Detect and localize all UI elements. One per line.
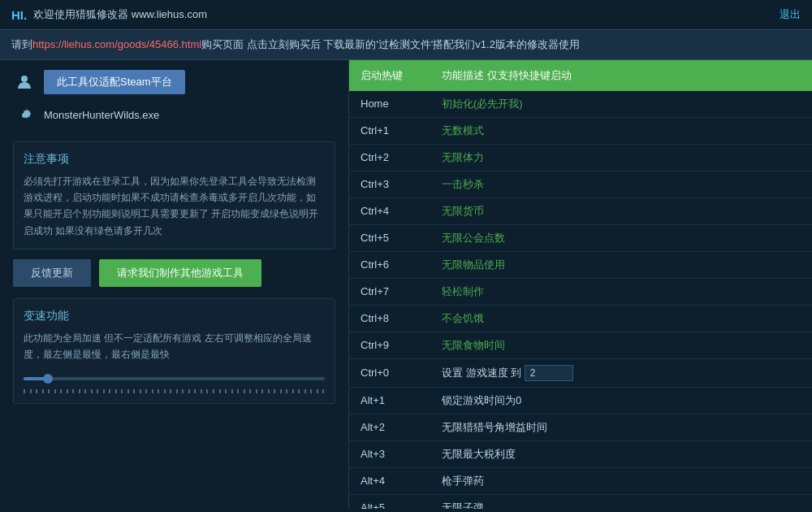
hotkey-key: Ctrl+2 bbox=[349, 144, 430, 171]
table-row: Ctrl+7轻松制作 bbox=[349, 278, 812, 305]
table-header-row: 启动热键 功能描述 仅支持快捷键启动 bbox=[349, 60, 812, 91]
table-row: Alt+1锁定游戏时间为0 bbox=[349, 387, 812, 414]
slider-tick bbox=[268, 389, 270, 393]
slider-tick bbox=[231, 389, 233, 393]
banner-suffix: 购买页面 点击立刻购买后 下载最新的'过检测文件'搭配我们v1.2版本的修改器使… bbox=[201, 38, 580, 50]
slider-tick bbox=[67, 389, 68, 393]
gear-icon bbox=[13, 104, 36, 127]
hotkey-key: Ctrl+4 bbox=[349, 197, 430, 224]
exe-label: MonsterHunterWilds.exe bbox=[44, 109, 159, 121]
table-row: Ctrl+3一击秒杀 bbox=[349, 171, 812, 197]
hotkey-tbody: Home初始化(必先开我)Ctrl+1无数模式Ctrl+2无限体力Ctrl+3一… bbox=[349, 91, 812, 509]
exe-item: MonsterHunterWilds.exe bbox=[13, 101, 335, 130]
slider-track bbox=[24, 377, 325, 380]
hotkey-key: Ctrl+5 bbox=[349, 224, 430, 251]
slider-tick bbox=[36, 389, 37, 393]
user-icon bbox=[13, 71, 36, 93]
hotkey-desc: 枪手弹药 bbox=[430, 467, 812, 494]
hotkey-key: Ctrl+7 bbox=[349, 278, 430, 305]
notice-title: 注意事项 bbox=[24, 152, 325, 167]
slider-tick bbox=[72, 389, 74, 393]
slider-tick bbox=[164, 389, 166, 393]
hotkey-desc: 无限食物时间 bbox=[430, 332, 812, 358]
slider-tick bbox=[261, 389, 263, 393]
slider-tick bbox=[225, 389, 227, 393]
left-panel: 此工具仅适配Steam平台 MonsterHunterWilds.exe 注意事… bbox=[0, 60, 349, 509]
hotkey-desc: 初始化(必先开我) bbox=[430, 91, 812, 118]
table-row: Ctrl+4无限货币 bbox=[349, 197, 812, 224]
table-row: Ctrl+5无限公会点数 bbox=[349, 224, 812, 251]
slider-tick bbox=[109, 389, 110, 393]
slider-tick bbox=[54, 389, 56, 393]
speed-value-input[interactable] bbox=[525, 365, 573, 381]
slider-tick bbox=[30, 389, 32, 393]
slider-tick bbox=[91, 389, 93, 393]
slider-tick bbox=[304, 389, 306, 393]
slider-tick bbox=[84, 389, 86, 393]
slider-tick bbox=[48, 389, 50, 393]
svg-point-0 bbox=[21, 76, 28, 82]
hotkey-key: Alt+3 bbox=[349, 440, 430, 467]
slider-tick bbox=[280, 389, 282, 393]
slider-tick bbox=[194, 389, 196, 393]
table-row: Ctrl+0设置 游戏速度 到 bbox=[349, 358, 812, 387]
slider-tick bbox=[219, 389, 221, 393]
hotkey-desc: 锁定游戏时间为0 bbox=[430, 387, 812, 414]
hotkey-desc: 无限子弹 bbox=[430, 494, 812, 509]
exit-button[interactable]: 退出 bbox=[780, 7, 801, 22]
speed-ticks bbox=[24, 389, 325, 393]
platform-item: 此工具仅适配Steam平台 bbox=[13, 70, 335, 94]
hotkey-key: Ctrl+3 bbox=[349, 171, 430, 197]
table-row: Alt+2无限猎猎号角增益时间 bbox=[349, 414, 812, 440]
slider-tick bbox=[103, 389, 105, 393]
hi-label: HI. bbox=[11, 8, 27, 22]
hotkey-desc: 无限物品使用 bbox=[430, 251, 812, 278]
slider-tick bbox=[145, 389, 147, 393]
hotkey-desc: 无限猎猎号角增益时间 bbox=[430, 414, 812, 440]
hotkey-desc: 一击秒杀 bbox=[430, 171, 812, 197]
request-button[interactable]: 请求我们制作其他游戏工具 bbox=[99, 259, 261, 287]
notice-section: 注意事项 必须先打开游戏在登录工具，因为如果你先登录工具会导致无法检测游戏进程，… bbox=[13, 141, 335, 250]
slider-tick bbox=[237, 389, 239, 393]
banner-prefix: 请到 bbox=[11, 38, 32, 50]
right-panel: 启动热键 功能描述 仅支持快捷键启动 Home初始化(必先开我)Ctrl+1无数… bbox=[349, 60, 812, 509]
slider-thumb[interactable] bbox=[43, 374, 53, 384]
slider-tick bbox=[298, 389, 300, 393]
slider-tick bbox=[292, 389, 294, 393]
table-row: Ctrl+8不会饥饿 bbox=[349, 305, 812, 332]
hotkey-key: Ctrl+0 bbox=[349, 358, 430, 387]
slider-tick bbox=[249, 389, 251, 393]
slider-tick bbox=[133, 389, 135, 393]
button-row: 反馈更新 请求我们制作其他游戏工具 bbox=[13, 259, 335, 287]
slider-tick bbox=[244, 389, 245, 393]
hotkey-key: Alt+2 bbox=[349, 414, 430, 440]
speed-slider[interactable] bbox=[24, 371, 325, 386]
table-row: Home初始化(必先开我) bbox=[349, 91, 812, 118]
hotkey-desc: 不会饥饿 bbox=[430, 305, 812, 332]
slider-tick bbox=[310, 389, 312, 393]
hotkey-key: Alt+1 bbox=[349, 387, 430, 414]
slider-tick bbox=[206, 389, 208, 393]
hotkey-key: Ctrl+8 bbox=[349, 305, 430, 332]
slider-tick bbox=[256, 389, 257, 393]
slider-tick bbox=[140, 389, 141, 393]
hotkey-desc: 无限体力 bbox=[430, 144, 812, 171]
col-hotkey-header: 启动热键 bbox=[349, 60, 430, 91]
table-row: Alt+5无限子弹 bbox=[349, 494, 812, 509]
slider-tick bbox=[158, 389, 159, 393]
platform-label: 此工具仅适配Steam平台 bbox=[44, 70, 185, 94]
notice-text: 必须先打开游戏在登录工具，因为如果你先登录工具会导致无法检测游戏进程，启动功能时… bbox=[24, 173, 325, 240]
col-desc-header: 功能描述 仅支持快捷键启动 bbox=[430, 60, 812, 91]
hotkey-key: Alt+4 bbox=[349, 467, 430, 494]
table-row: Ctrl+9无限食物时间 bbox=[349, 332, 812, 358]
feedback-button[interactable]: 反馈更新 bbox=[13, 259, 91, 287]
top-bar: HI. 欢迎使用猎狐修改器 www.liehus.com 退出 bbox=[0, 0, 812, 29]
banner-link[interactable]: https://liehus.com/goods/45466.html bbox=[32, 38, 201, 50]
slider-tick bbox=[176, 389, 178, 393]
hotkey-key: Ctrl+6 bbox=[349, 251, 430, 278]
hotkey-desc: 无限公会点数 bbox=[430, 224, 812, 251]
speed-section: 变速功能 此功能为全局加速 但不一定适配所有游戏 左右可调整相应的全局速度，最左… bbox=[13, 298, 335, 404]
slider-tick bbox=[317, 389, 318, 393]
hotkey-desc: 设置 游戏速度 到 bbox=[430, 358, 812, 387]
table-row: Ctrl+1无数模式 bbox=[349, 117, 812, 144]
